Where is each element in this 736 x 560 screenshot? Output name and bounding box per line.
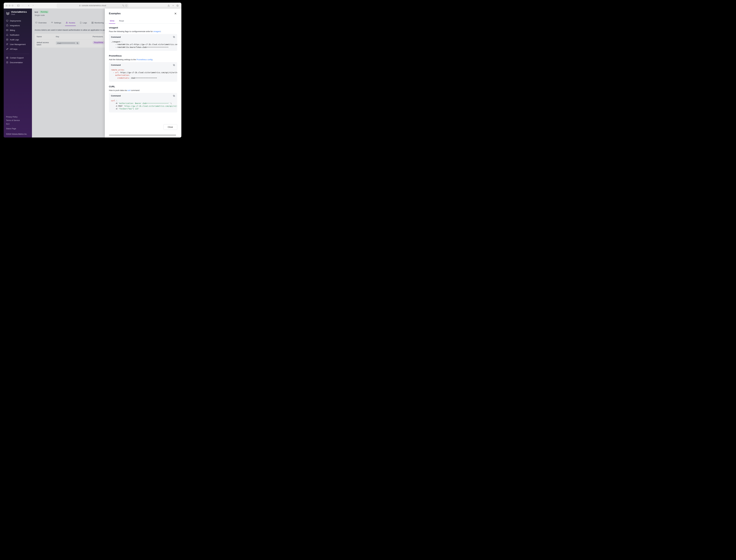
panel-tab-write[interactable]: Write — [109, 18, 115, 24]
footer-link-status[interactable]: Status Page — [6, 127, 30, 130]
reload-icon[interactable] — [125, 5, 127, 7]
token-name: default access token — [35, 40, 54, 48]
svg-point-19 — [8, 44, 8, 44]
url-text: console.victoriametrics.cloud — [82, 4, 106, 7]
examples-panel: Examples Write Read vmagent Pass the fol… — [105, 9, 181, 137]
code-block[interactable]: curl \ -H 'Authorization: Bearer cbab•••… — [109, 99, 177, 112]
section-curl: CURL How to push data via curl command: … — [109, 85, 177, 112]
sidebar-divider — [6, 54, 29, 54]
tab-label: Access — [69, 22, 75, 24]
sidebar-toggle-icon[interactable] — [17, 4, 20, 7]
sidebar-item-auditlogs[interactable]: Audit Logs — [4, 37, 32, 42]
copy-icon[interactable] — [173, 36, 175, 38]
tab-access[interactable]: Access — [65, 20, 76, 26]
code-block[interactable]: ./vmagent \ --remoteWrite.url=https://gw… — [109, 40, 177, 51]
command-box: Command curl \ -H 'Authorization: Bearer… — [109, 93, 177, 112]
horizontal-scrollbar[interactable] — [109, 135, 176, 136]
svg-rect-31 — [93, 22, 93, 23]
token-key-cell: cbab••••••••••••••••••••• — [56, 41, 80, 45]
brand-logo[interactable]: VictoriaMetrics Cloud — [4, 11, 32, 18]
svg-rect-10 — [6, 20, 8, 21]
table-header-key: Key — [54, 34, 91, 39]
link-vmagent[interactable]: vmagent — [153, 30, 161, 33]
tab-label: Overview — [38, 22, 47, 24]
svg-rect-8 — [177, 5, 178, 6]
sidebar-item-label: Audit Logs — [10, 39, 19, 41]
sidebar-item-notification[interactable]: Notification — [4, 33, 32, 37]
section-heading: CURL — [109, 85, 177, 88]
nav-back-icon[interactable] — [27, 4, 30, 7]
share-icon[interactable] — [167, 4, 170, 7]
new-tab-icon[interactable] — [171, 4, 175, 7]
sidebar-item-apikeys[interactable]: API keys — [4, 47, 32, 51]
svg-rect-13 — [6, 30, 8, 31]
sidebar-item-support[interactable]: Contact Support — [4, 55, 32, 60]
brand-text-a: Victoria — [11, 11, 19, 13]
command-label: Command — [111, 95, 121, 97]
copyright: ©2024 Victoria Metrics Inc. — [6, 133, 30, 135]
sidebar-item-label: Documentation — [10, 61, 23, 64]
sidebar-item-label: Deployments — [10, 20, 21, 22]
close-icon[interactable] — [174, 12, 177, 15]
tab-settings[interactable]: Settings — [50, 20, 62, 26]
window-traffic-lights[interactable] — [6, 5, 13, 6]
command-box: Command remote_write: - url: https://gw-… — [109, 62, 177, 82]
tab-overview[interactable]: Overview — [35, 20, 47, 26]
svg-point-27 — [52, 23, 52, 23]
svg-point-20 — [6, 49, 7, 50]
command-label: Command — [111, 64, 121, 66]
sidebar-item-documentation[interactable]: Documentation — [4, 60, 32, 65]
footer-link-terms[interactable]: Terms of Service — [6, 119, 30, 122]
token-key-text: cbab••••••••••••••••••••• — [57, 42, 75, 44]
svg-rect-26 — [35, 22, 37, 23]
sidebar-item-usermgmt[interactable]: User Management — [4, 42, 32, 47]
sidebar-item-label: Integrations — [10, 24, 20, 27]
link-prometheus-config[interactable]: Prometheus config — [136, 58, 152, 61]
panel-tab-read[interactable]: Read — [118, 18, 125, 24]
table-header-name: Name — [35, 34, 54, 39]
translate-icon[interactable] — [122, 5, 124, 7]
sidebar: VictoriaMetrics Cloud Deployments Integr… — [4, 9, 32, 137]
link-curl[interactable]: curl — [127, 89, 130, 91]
svg-rect-12 — [6, 25, 8, 26]
section-vmagent: vmagent Pass the following flags to conf… — [109, 26, 177, 51]
tab-monitoring[interactable]: Monitoring — [91, 20, 104, 26]
svg-point-21 — [6, 57, 8, 59]
sidebar-item-integrations[interactable]: Integrations — [4, 23, 32, 28]
section-heading: Prometheus — [109, 54, 177, 57]
code-block[interactable]: remote_write: - url: https://gw-c7-2b.cl… — [109, 68, 177, 82]
svg-rect-3 — [122, 5, 123, 5]
svg-point-22 — [7, 57, 8, 58]
hint-text: Pass the following flags to configurerem… — [109, 30, 153, 33]
copy-icon[interactable] — [76, 42, 78, 44]
footer-link-privacy[interactable]: Privacy Policy — [6, 115, 30, 119]
copy-icon[interactable] — [173, 64, 175, 66]
hint-text: Add the following settings to the — [109, 58, 136, 61]
close-button[interactable]: Close — [163, 124, 177, 130]
svg-rect-0 — [17, 5, 19, 6]
hint-text: How to push data via — [109, 89, 127, 91]
sidebar-item-deployments[interactable]: Deployments — [4, 18, 32, 23]
svg-rect-32 — [92, 23, 92, 24]
tab-label: Monitoring — [95, 22, 104, 24]
browser-titlebar: console.victoriametrics.cloud — [4, 3, 181, 9]
tabs-overview-icon[interactable] — [176, 4, 179, 7]
sidebar-item-label: Notification — [10, 34, 19, 36]
sidebar-item-billing[interactable]: Billing — [4, 28, 32, 33]
svg-rect-33 — [93, 23, 93, 24]
copy-icon[interactable] — [173, 95, 175, 97]
url-bar[interactable]: console.victoriametrics.cloud — [57, 4, 128, 8]
sidebar-item-label: API keys — [10, 48, 17, 50]
footer-link-sla[interactable]: SLA — [6, 122, 30, 126]
hint-text: command: — [130, 89, 140, 91]
sidebar-item-label: Contact Support — [10, 57, 24, 59]
nav-forward-icon[interactable] — [31, 4, 35, 7]
chevron-down-icon[interactable] — [21, 4, 25, 7]
tab-logs[interactable]: Logs — [79, 20, 88, 26]
section-prometheus: Prometheus Add the following settings to… — [109, 54, 177, 82]
section-heading: vmagent — [109, 26, 177, 29]
tab-label: Logs — [83, 22, 87, 24]
status-badge: Running — [40, 11, 49, 13]
command-box: Command ./vmagent \ --remoteWrite.url=ht… — [109, 34, 177, 51]
svg-rect-15 — [6, 39, 8, 40]
